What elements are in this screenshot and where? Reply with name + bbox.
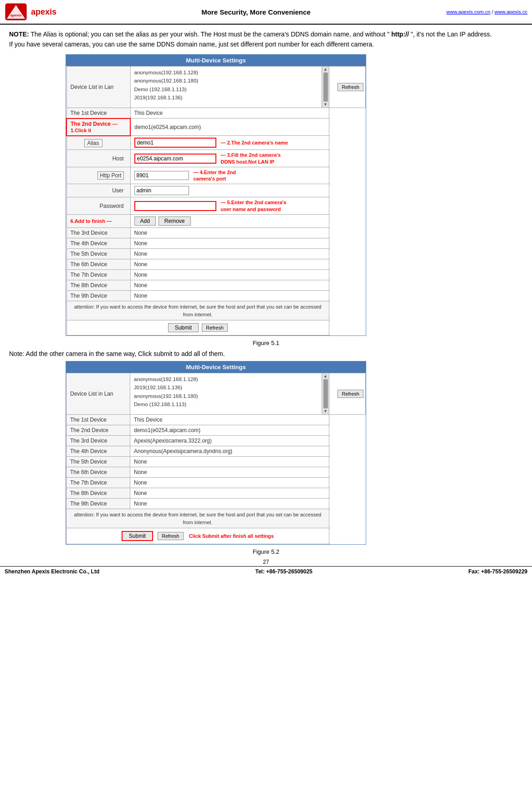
note-text2: ", it's not the Lan IP address. bbox=[411, 31, 492, 38]
list-item: J019(192.168.1.136) bbox=[134, 93, 318, 102]
fig2-table-row-8th: The 8th Device None bbox=[66, 488, 366, 499]
fig1-title: Multi-Device Settings bbox=[66, 55, 366, 66]
fig2-9th-device-label: The 9th Device bbox=[66, 499, 130, 509]
9th-device-value: None bbox=[130, 291, 329, 301]
fig2-table-row-6th: The 6th Device None bbox=[66, 467, 366, 478]
add-button[interactable]: Add bbox=[134, 217, 156, 226]
list-item: anonymous(192.168.1.128) bbox=[134, 375, 318, 383]
remove-button[interactable]: Remove bbox=[159, 217, 191, 226]
table-row-alias: Alias — 2.The 2nd camera's name bbox=[66, 136, 366, 150]
table-row-9th: The 9th Device None bbox=[66, 291, 366, 301]
fig2-submit-refresh-cell: Submit Refresh Click Submit after finish… bbox=[66, 528, 329, 544]
add-remove-value-cell: Add Remove bbox=[130, 215, 329, 228]
refresh-button-2[interactable]: Refresh bbox=[338, 390, 363, 398]
note-paragraph: NOTE: The Alias is optional; you can set… bbox=[9, 29, 523, 50]
fig2-5th-device-label: The 5th Device bbox=[66, 457, 130, 467]
fig1-caption: Figure 5.1 bbox=[9, 340, 523, 346]
4th-device-value: None bbox=[130, 238, 329, 249]
ann2-label: — 2.The 2nd camera's name bbox=[221, 140, 288, 145]
fig2-table-row-submit: Submit Refresh Click Submit after finish… bbox=[66, 528, 366, 544]
fig2-table-row-7th: The 7th Device None bbox=[66, 478, 366, 488]
table-row-attention: attention: If you want to access the dev… bbox=[66, 301, 366, 320]
1st-device-label: The 1st Device bbox=[66, 108, 130, 119]
fig2-6th-device-label: The 6th Device bbox=[66, 467, 130, 478]
fig2-scroll-thumb[interactable] bbox=[323, 379, 328, 408]
fig2-caption: Figure 5.2 bbox=[9, 548, 523, 555]
5th-device-value: None bbox=[130, 249, 329, 259]
refresh-button-fig1-bottom[interactable]: Refresh bbox=[202, 324, 228, 332]
table-row-device-list: Device List in Lan anonymous(192.168.1.1… bbox=[66, 66, 366, 108]
figure2-main: Multi-Device Settings Device List in Lan… bbox=[66, 361, 366, 545]
http-port-row: Http Port bbox=[66, 167, 130, 184]
alias-input[interactable] bbox=[134, 138, 216, 148]
6th-device-label: The 6th Device bbox=[66, 259, 130, 270]
fig2-table-row-2nd: The 2nd Device demo1(e0254.aipcam.com) bbox=[66, 425, 366, 436]
fig2-attention-text: attention: If you want to access the dev… bbox=[66, 509, 329, 528]
table-row-1st: The 1st Device This Device bbox=[66, 108, 366, 119]
apexis-logo: apexis bbox=[5, 3, 27, 21]
fig2-table-row-5th: The 5th Device None bbox=[66, 457, 366, 467]
fig2-table-row-9th: The 9th Device None bbox=[66, 499, 366, 509]
fig2-5th-device-value: None bbox=[130, 457, 329, 467]
footer-page-number: 27 bbox=[0, 559, 532, 565]
scroll-up-icon[interactable]: ▲ bbox=[323, 67, 327, 72]
fig2-lan-list-text: anonymous(192.168.1.128) J019(192.168.1.… bbox=[130, 373, 322, 414]
header-links: www.apexis.com.cn / www.apexis.cc bbox=[446, 9, 527, 15]
footer-tel: Tel: +86-755-26509025 bbox=[255, 568, 312, 575]
note-text3: If you have several cameras, you can use… bbox=[9, 41, 374, 48]
table-row-user: User bbox=[66, 184, 366, 197]
fig2-1st-device-label: The 1st Device bbox=[66, 415, 130, 425]
fig2-click-annotation: Click Submit after finish all settings bbox=[189, 533, 274, 539]
table-row-add-remove: 6.Add to finish — Add Remove bbox=[66, 215, 366, 228]
figure2-annotations bbox=[366, 361, 466, 498]
table-row-host: Host — 3.Fill the 2nd camera'sDDNS host.… bbox=[66, 150, 366, 167]
2nd-device-value: demo1(e0254.aipcam.com) bbox=[130, 119, 329, 136]
footer-bar: Shenzhen Apexis Electronic Co., Ltd Tel:… bbox=[0, 566, 532, 577]
ann6-label: 6.Add to finish — bbox=[71, 218, 112, 224]
attention-text: attention: If you want to access the dev… bbox=[66, 301, 329, 320]
alias-row: Alias bbox=[66, 136, 130, 150]
scrollbar[interactable]: ▲ ▼ bbox=[322, 67, 329, 108]
refresh-button-1[interactable]: Refresh bbox=[338, 83, 363, 91]
password-label: Password bbox=[100, 203, 124, 209]
host-input[interactable] bbox=[134, 154, 216, 164]
link1[interactable]: www.apexis.com.cn bbox=[446, 9, 491, 15]
logo-area: apexis apexis bbox=[5, 3, 56, 21]
submit-button-2[interactable]: Submit bbox=[122, 531, 153, 541]
fig1-table: Device List in Lan anonymous(192.168.1.1… bbox=[66, 66, 366, 335]
password-input[interactable] bbox=[134, 201, 216, 211]
table-row-3rd: The 3rd Device None bbox=[66, 228, 366, 238]
fig2-9th-device-value: None bbox=[130, 499, 329, 509]
figure1-layout: Multi-Device Settings Device List in Lan… bbox=[9, 54, 523, 336]
submit-button-1[interactable]: Submit bbox=[168, 323, 199, 332]
refresh-button-fig2-bottom[interactable]: Refresh bbox=[158, 532, 184, 540]
fig2-device-list-value: anonymous(192.168.1.128) J019(192.168.1.… bbox=[130, 373, 329, 415]
fig2-4th-device-label: The 4th Device bbox=[66, 446, 130, 457]
fig2-scroll-up-icon[interactable]: ▲ bbox=[323, 374, 327, 378]
fig2-scrollbar[interactable]: ▲ ▼ bbox=[322, 373, 329, 414]
add-note-bold: submit bbox=[153, 350, 172, 357]
ann4-label: — 4.Enter the 2ndcamera's port bbox=[194, 169, 236, 182]
scroll-thumb[interactable] bbox=[323, 72, 328, 102]
user-input[interactable] bbox=[134, 186, 189, 195]
user-row-label: User bbox=[66, 184, 130, 197]
page-header: apexis apexis More Security, More Conven… bbox=[0, 0, 532, 25]
scroll-down-icon[interactable]: ▼ bbox=[323, 103, 327, 107]
fig2-table-row-attention: attention: If you want to access the dev… bbox=[66, 509, 366, 528]
footer-company: Shenzhen Apexis Electronic Co., Ltd bbox=[5, 568, 99, 575]
figure1-annotations bbox=[366, 54, 466, 77]
link2[interactable]: www.apexis.cc bbox=[495, 9, 527, 15]
fig2-4th-device-value: Anonynous(Apexisipcamera.dyndns.org) bbox=[130, 446, 329, 457]
list-item: Demo (192.168.1.113) bbox=[134, 400, 318, 408]
http-port-label: Http Port bbox=[97, 171, 123, 180]
figure2-layout: Multi-Device Settings Device List in Lan… bbox=[9, 361, 523, 545]
header-tagline: More Security, More Convenience bbox=[66, 8, 446, 16]
http-port-input[interactable] bbox=[134, 171, 189, 180]
2nd-device-label: The 2nd Device — 1.Click it bbox=[66, 119, 130, 136]
list-item: anonymous(192.168.1.128) bbox=[134, 68, 318, 77]
table-row-7th: The 7th Device None bbox=[66, 270, 366, 280]
table-row-8th: The 8th Device None bbox=[66, 280, 366, 291]
fig2-scroll-down-icon[interactable]: ▼ bbox=[323, 409, 327, 413]
user-value-cell bbox=[130, 184, 329, 197]
table-row-http-port: Http Port — 4.Enter the 2ndcamera's port bbox=[66, 167, 366, 184]
